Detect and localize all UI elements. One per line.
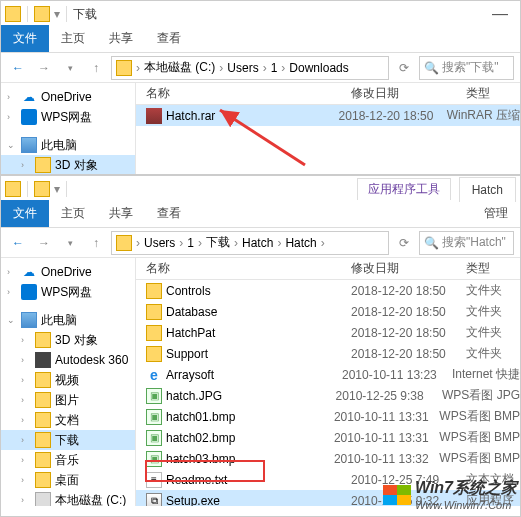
file-row[interactable]: ▣hatch02.bmp2010-10-11 13:31WPS看图 BMP: [136, 427, 520, 448]
refresh-button[interactable]: ⟳: [393, 232, 415, 254]
nav-item[interactable]: ›☁OneDrive: [1, 87, 135, 107]
breadcrumb-seg[interactable]: Hatch: [281, 236, 320, 250]
file-name: Support: [166, 347, 208, 361]
file-row[interactable]: ▣hatch03.bmp2010-10-11 13:32WPS看图 BMP: [136, 448, 520, 469]
file-row[interactable]: Controls2018-12-20 18:50文件夹: [136, 280, 520, 301]
nav-item[interactable]: ›图片: [1, 390, 135, 410]
refresh-button[interactable]: ⟳: [393, 57, 415, 79]
back-button[interactable]: ←: [7, 232, 29, 254]
breadcrumb-seg[interactable]: 1: [183, 236, 198, 250]
tab-view[interactable]: 查看: [145, 200, 193, 227]
up-button[interactable]: ↑: [85, 57, 107, 79]
expand-icon[interactable]: ›: [7, 267, 17, 277]
expand-icon[interactable]: ⌄: [7, 140, 17, 150]
nav-item[interactable]: ›3D 对象: [1, 155, 135, 174]
qat-overflow-icon[interactable]: ▾: [54, 7, 60, 21]
back-button[interactable]: ←: [7, 57, 29, 79]
col-name[interactable]: 名称: [136, 85, 351, 102]
file-list[interactable]: 名称 修改日期 类型 Controls2018-12-20 18:50文件夹Da…: [136, 258, 520, 506]
tab-file[interactable]: 文件: [1, 25, 49, 52]
qat-overflow-icon[interactable]: ▾: [54, 182, 60, 196]
file-name: HatchPat: [166, 326, 215, 340]
tab-view[interactable]: 查看: [145, 25, 193, 52]
context-tab-apptools[interactable]: 应用程序工具: [357, 178, 451, 200]
nav-item[interactable]: ›☁OneDrive: [1, 262, 135, 282]
expand-icon[interactable]: ›: [21, 395, 31, 405]
nav-item[interactable]: ›下载: [1, 430, 135, 450]
breadcrumb-seg[interactable]: 本地磁盘 (C:): [140, 59, 219, 76]
nav-item[interactable]: ›WPS网盘: [1, 282, 135, 302]
tab-share[interactable]: 共享: [97, 25, 145, 52]
tab-home[interactable]: 主页: [49, 25, 97, 52]
nav-item[interactable]: ›Autodesk 360: [1, 350, 135, 370]
nav-item[interactable]: ›音乐: [1, 450, 135, 470]
forward-button[interactable]: →: [33, 57, 55, 79]
context-tab-label: 应用程序工具: [368, 182, 440, 196]
recent-button[interactable]: ▾: [59, 232, 81, 254]
file-row[interactable]: HatchPat2018-12-20 18:50文件夹: [136, 322, 520, 343]
tab-manage[interactable]: 管理: [472, 200, 520, 227]
folder-icon: [34, 181, 50, 197]
nav-item[interactable]: ›文档: [1, 410, 135, 430]
file-row[interactable]: ▣hatch.JPG2010-12-25 9:38WPS看图 JPG: [136, 385, 520, 406]
search-input[interactable]: 🔍 搜索"Hatch": [419, 231, 514, 255]
column-headers[interactable]: 名称 修改日期 类型: [136, 258, 520, 280]
col-type[interactable]: 类型: [466, 260, 520, 277]
minimize-button[interactable]: —: [484, 5, 516, 23]
expand-icon[interactable]: ›: [21, 375, 31, 385]
file-list[interactable]: 名称 修改日期 类型 Hatch.rar2018-12-20 18:50WinR…: [136, 83, 520, 174]
expand-icon[interactable]: ›: [7, 287, 17, 297]
expand-icon[interactable]: ›: [21, 475, 31, 485]
expand-icon[interactable]: ›: [21, 415, 31, 425]
breadcrumb-seg[interactable]: 下载: [202, 234, 234, 251]
file-row[interactable]: ⧉Setup.exe2010-12-25 9:32应用程序: [136, 490, 520, 506]
nav-pane[interactable]: ›☁OneDrive›WPS网盘⌄此电脑›3D 对象: [1, 83, 136, 174]
tab-home[interactable]: 主页: [49, 200, 97, 227]
breadcrumb-seg[interactable]: Users: [223, 61, 262, 75]
nav-item[interactable]: ›本地磁盘 (C:): [1, 490, 135, 506]
col-date[interactable]: 修改日期: [351, 85, 466, 102]
nav-item[interactable]: ⌄此电脑: [1, 135, 135, 155]
expand-icon[interactable]: ›: [21, 455, 31, 465]
file-row[interactable]: ▣hatch01.bmp2010-10-11 13:31WPS看图 BMP: [136, 406, 520, 427]
nav-item[interactable]: ›3D 对象: [1, 330, 135, 350]
breadcrumb[interactable]: › 本地磁盘 (C:)› Users› 1› Downloads: [111, 56, 389, 80]
file-row[interactable]: eArraysoft2010-10-11 13:23Internet 快捷: [136, 364, 520, 385]
tab-share[interactable]: 共享: [97, 200, 145, 227]
breadcrumb[interactable]: › Users› 1› 下载› Hatch› Hatch›: [111, 231, 389, 255]
file-row[interactable]: Hatch.rar2018-12-20 18:50WinRAR 压缩: [136, 105, 520, 126]
nav-item[interactable]: ›视频: [1, 370, 135, 390]
expand-icon[interactable]: ›: [7, 92, 17, 102]
expand-icon[interactable]: ⌄: [7, 315, 17, 325]
nav-item[interactable]: ›WPS网盘: [1, 107, 135, 127]
breadcrumb-seg[interactable]: Downloads: [285, 61, 352, 75]
expand-icon[interactable]: ›: [21, 335, 31, 345]
expand-icon[interactable]: ›: [7, 112, 17, 122]
expand-icon[interactable]: ›: [21, 355, 31, 365]
col-name[interactable]: 名称: [136, 260, 351, 277]
expand-icon[interactable]: ›: [21, 160, 31, 170]
nav-item[interactable]: ⌄此电脑: [1, 310, 135, 330]
separator: [66, 181, 67, 197]
col-date[interactable]: 修改日期: [351, 260, 466, 277]
search-input[interactable]: 🔍 搜索"下载": [419, 56, 514, 80]
column-headers[interactable]: 名称 修改日期 类型: [136, 83, 520, 105]
breadcrumb-seg[interactable]: Hatch: [238, 236, 277, 250]
nav-item[interactable]: ›桌面: [1, 470, 135, 490]
recent-button[interactable]: ▾: [59, 57, 81, 79]
context-tab-hatch[interactable]: Hatch: [459, 177, 516, 202]
file-row[interactable]: Support2018-12-20 18:50文件夹: [136, 343, 520, 364]
up-button[interactable]: ↑: [85, 232, 107, 254]
expand-icon[interactable]: ›: [21, 495, 31, 505]
nav-pane[interactable]: ›☁OneDrive›WPS网盘⌄此电脑›3D 对象›Autodesk 360›…: [1, 258, 136, 506]
file-row[interactable]: Database2018-12-20 18:50文件夹: [136, 301, 520, 322]
tab-file[interactable]: 文件: [1, 200, 49, 227]
col-type[interactable]: 类型: [466, 85, 520, 102]
expand-icon[interactable]: ›: [21, 435, 31, 445]
titlebar[interactable]: ▾ 应用程序工具 Hatch: [1, 176, 520, 202]
titlebar[interactable]: ▾ 下载 —: [1, 1, 520, 27]
breadcrumb-seg[interactable]: Users: [140, 236, 179, 250]
forward-button[interactable]: →: [33, 232, 55, 254]
file-row[interactable]: ≡Readme.txt2010-12-25 7:49文本文档: [136, 469, 520, 490]
breadcrumb-seg[interactable]: 1: [267, 61, 282, 75]
